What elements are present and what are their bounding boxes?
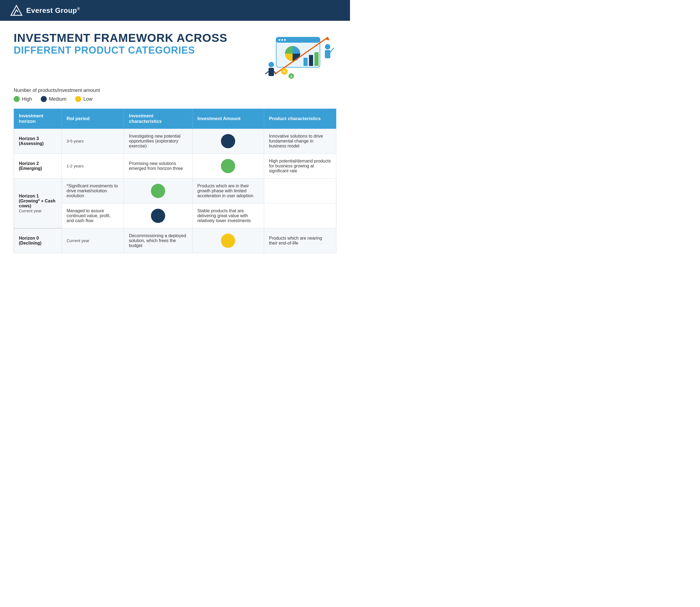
horizon-1b-amount (124, 204, 192, 228)
horizon-1b-investment-char: Managed to assure continued value, profi… (62, 204, 124, 228)
amount-indicator-green-2 (151, 184, 165, 198)
main-content: INVESTMENT FRAMEWORK ACROSS DIFFERENT PR… (0, 21, 350, 267)
table-row: Horizon 0 (Declining) Current year Decom… (14, 228, 336, 253)
svg-text:$: $ (290, 75, 292, 78)
legend-label-medium: Medium (49, 96, 66, 102)
svg-rect-13 (269, 68, 274, 76)
legend-item-high: High (14, 96, 32, 102)
horizon-1a-product-char: Products which are in their growth phase… (192, 179, 264, 204)
svg-point-4 (281, 39, 283, 41)
svg-text:%: % (283, 70, 286, 74)
legend-subtitle: Number of products/investment amount (14, 87, 336, 93)
table-header-row: Investment horizon RoI period Investment… (14, 109, 336, 129)
horizon-2-roi: 1-2 years (62, 154, 124, 179)
svg-point-5 (284, 39, 286, 41)
table-row: Horizon 2 (Emerging) 1-2 years Promising… (14, 154, 336, 179)
horizon-3-roi: 3-5 years (62, 129, 124, 154)
table-row: Managed to assure continued value, profi… (14, 204, 336, 228)
horizon-1b-product-char: Stable products that are delivering grea… (192, 204, 264, 228)
amount-indicator-navy-2 (151, 209, 165, 223)
logo-text: Everest Group® (26, 6, 80, 15)
horizon-3-product-char: Innovative solutions to drive fundamenta… (264, 129, 336, 154)
svg-point-16 (325, 44, 330, 49)
framework-table: Investment horizon RoI period Investment… (14, 109, 336, 253)
horizon-2-amount (192, 154, 264, 179)
page-header: Everest Group® (0, 0, 350, 21)
table-row: Horizon 3 (Assessing) 3-5 years Investig… (14, 129, 336, 154)
col-header-roi: RoI period (62, 109, 124, 129)
logo: Everest Group® (10, 5, 80, 16)
horizon-0-product-char: Products which are nearing their end-of-… (264, 228, 336, 253)
amount-indicator-yellow (221, 234, 235, 248)
horizon-3-label: Horizon 3 (Assessing) (14, 129, 62, 154)
legend-item-low: Low (75, 96, 92, 102)
col-header-product-char: Product characteristics (264, 109, 336, 129)
horizon-0-amount (192, 228, 264, 253)
amount-indicator-green (221, 159, 235, 173)
col-header-investment-char: Investment characteristics (124, 109, 192, 129)
title-left: INVESTMENT FRAMEWORK ACROSS DIFFERENT PR… (14, 32, 260, 56)
svg-rect-7 (303, 58, 307, 66)
svg-point-12 (269, 62, 274, 67)
horizon-3-amount (192, 129, 264, 154)
legend-dot-low (75, 96, 81, 102)
logo-icon (10, 5, 23, 16)
table-row: Horizon 1 (Growing* + Cash cows) Current… (14, 179, 336, 204)
legend-label-low: Low (83, 96, 92, 102)
svg-rect-8 (309, 55, 313, 66)
legend-dot-high (14, 96, 20, 102)
legend-dot-medium (41, 96, 47, 102)
title-section: INVESTMENT FRAMEWORK ACROSS DIFFERENT PR… (14, 32, 336, 81)
svg-line-14 (265, 71, 269, 74)
svg-line-15 (274, 71, 276, 73)
svg-line-18 (330, 48, 334, 52)
title-line1: INVESTMENT FRAMEWORK ACROSS (14, 32, 260, 44)
legend-section: Number of products/investment amount Hig… (14, 87, 336, 102)
svg-point-3 (279, 39, 280, 41)
title-line2: DIFFERENT PRODUCT CATEGORIES (14, 44, 260, 56)
horizon-0-investment-char: Decommissioning a deployed solution, whi… (124, 228, 192, 253)
amount-indicator-navy (221, 134, 235, 148)
svg-rect-17 (325, 50, 330, 58)
svg-rect-9 (315, 52, 319, 66)
horizon-1-label: Horizon 1 (Growing* + Cash cows) Current… (14, 179, 62, 228)
horizon-2-investment-char: Promising new solutions emerged from hor… (124, 154, 192, 179)
col-header-amount: Investment Amount (192, 109, 264, 129)
legend-label-high: High (22, 96, 32, 102)
horizon-0-roi: Current year (62, 228, 124, 253)
col-header-horizon: Investment horizon (14, 109, 62, 129)
legend-items: High Medium Low (14, 96, 336, 102)
horizon-2-label: Horizon 2 (Emerging) (14, 154, 62, 179)
legend-item-medium: Medium (41, 96, 66, 102)
horizon-3-investment-char: Investigating new potential opportunitie… (124, 129, 192, 154)
horizon-1a-amount (124, 179, 192, 204)
horizon-0-label: Horizon 0 (Declining) (14, 228, 62, 253)
hero-illustration: % $ (260, 32, 336, 81)
horizon-1a-investment-char: *Significant investments to drive market… (62, 179, 124, 204)
horizon-2-product-char: High potential/demand products for busin… (264, 154, 336, 179)
